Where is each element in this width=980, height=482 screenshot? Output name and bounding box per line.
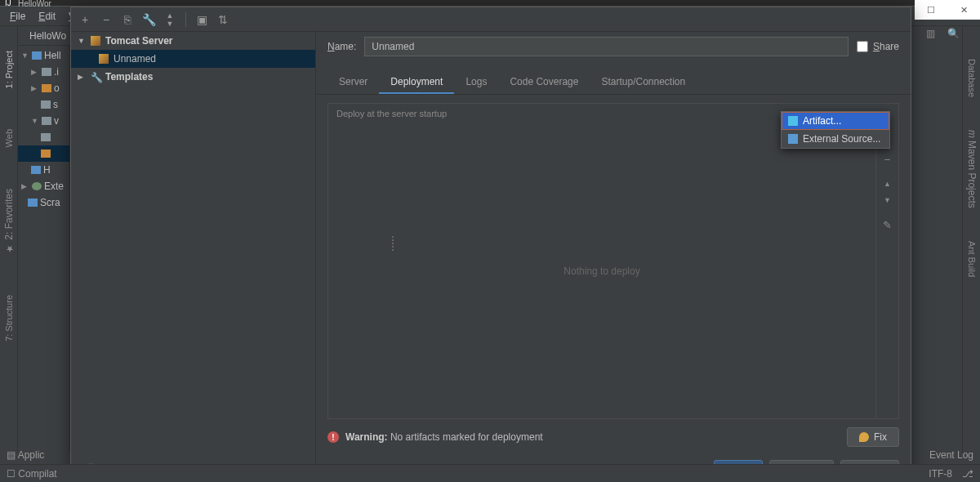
popup-label: External Source...: [803, 133, 880, 145]
title-bar: IJ HelloWor: [0, 0, 980, 7]
status-compilat[interactable]: ☐ Compilat: [7, 468, 57, 480]
file-icon: [31, 166, 41, 174]
tool-web[interactable]: Web: [4, 129, 14, 147]
folder-button[interactable]: ▣: [194, 12, 209, 27]
deploy-side-toolbar: + − ▲ ▼ ✎: [875, 123, 898, 418]
config-label: Unnamed: [114, 53, 156, 65]
fix-button[interactable]: Fix: [847, 427, 899, 447]
tomcat-icon: [99, 54, 109, 64]
remove-config-button[interactable]: −: [99, 12, 114, 27]
tree-item-selected[interactable]: [18, 145, 69, 162]
tomcat-icon: [91, 36, 100, 46]
intellij-icon: IJ: [5, 0, 11, 7]
view-icon[interactable]: ▥: [926, 28, 939, 41]
deploy-empty-text: Nothing to deploy: [328, 123, 875, 418]
config-item-unnamed[interactable]: Unnamed: [71, 50, 315, 68]
menu-file[interactable]: File: [5, 9, 30, 24]
run-config-dialog: + − ⎘ 🔧 ▲▼ ▣ ⇅ ▼ Tomcat Server Unnamed ▶…: [70, 7, 911, 482]
add-config-button[interactable]: +: [78, 12, 92, 27]
project-panel: Projec ▼Hell ▶.i ▶o s ▼v H ▶Exte Scra: [18, 26, 70, 453]
tool-buttons-row: ▤ Applic Event Log: [0, 446, 980, 464]
folder-icon: [42, 84, 51, 92]
name-label: Name:: [327, 41, 356, 52]
add-deploy-popup: Artifact... External Source...: [781, 111, 890, 149]
file-icon: [41, 150, 51, 158]
tree-item[interactable]: ▶Exte: [18, 178, 69, 194]
tool-maven[interactable]: m Maven Projects: [966, 130, 978, 208]
tree-item[interactable]: ▼v: [18, 113, 69, 129]
dialog-toolbar: + − ⎘ 🔧 ▲▼ ▣ ⇅: [71, 7, 911, 32]
tab-deployment[interactable]: Deployment: [379, 71, 454, 94]
tool-structure[interactable]: 7: Structure: [4, 295, 14, 341]
close-button[interactable]: ✕: [947, 0, 980, 20]
right-tool-strip: Database m Maven Projects Ant Build: [962, 26, 980, 453]
config-tree: ▼ Tomcat Server Unnamed ▶🔧 Templates: [71, 32, 316, 481]
menu-edit[interactable]: Edit: [33, 9, 60, 24]
deploy-up-button[interactable]: ▲: [881, 177, 894, 190]
status-bar: ☐ Compilat ITF-8 ⎇: [0, 464, 980, 482]
split-handle[interactable]: [392, 236, 396, 261]
artifact-icon: [788, 116, 798, 126]
window-controls: ☐ ✕: [915, 0, 980, 20]
deploy-down-button[interactable]: ▼: [881, 194, 894, 207]
name-input[interactable]: [364, 37, 849, 56]
maximize-button[interactable]: ☐: [915, 0, 947, 20]
tree-item[interactable]: [18, 129, 69, 145]
project-tree: ▼Hell ▶.i ▶o s ▼v H ▶Exte Scra: [18, 46, 69, 212]
popup-external-source[interactable]: External Source...: [782, 130, 889, 148]
top-right-icons: ▥ 🔍: [926, 28, 960, 41]
external-source-icon: [788, 134, 798, 144]
tab-startup[interactable]: Startup/Connection: [590, 71, 697, 94]
folder-icon: [41, 133, 51, 141]
tool-favorites[interactable]: ★ 2: Favorites: [3, 189, 15, 254]
event-log[interactable]: Event Log: [929, 449, 973, 461]
search-icon[interactable]: 🔍: [947, 28, 960, 41]
deploy-panel: Deploy at the server startup Nothing to …: [327, 103, 899, 419]
tree-item[interactable]: s: [18, 96, 69, 113]
folder-icon: [41, 100, 51, 109]
sort-button[interactable]: ⇅: [216, 12, 230, 27]
separator: [185, 12, 186, 27]
app-title: HelloWor: [18, 0, 51, 8]
tree-item[interactable]: ▶.i: [18, 64, 69, 80]
tool-database[interactable]: Database: [967, 59, 977, 97]
warning-icon: !: [327, 431, 339, 443]
breadcrumb-label: HelloWo: [29, 30, 66, 42]
status-git[interactable]: ⎇: [962, 468, 973, 480]
tree-item[interactable]: ▼Hell: [18, 47, 69, 64]
tool-ant[interactable]: Ant Build: [967, 241, 977, 277]
scratch-icon: [28, 199, 38, 207]
folder-icon: [42, 117, 51, 125]
settings-button[interactable]: 🔧: [141, 12, 156, 27]
group-label: Templates: [105, 71, 153, 83]
share-checkbox[interactable]: Share: [857, 41, 899, 52]
warning-text: Warning: No artifacts marked for deploym…: [345, 431, 543, 443]
status-encoding[interactable]: ITF-8: [929, 468, 952, 480]
left-tool-strip: 1: Project Web ★ 2: Favorites 7: Structu…: [0, 26, 18, 453]
copy-config-button[interactable]: ⎘: [120, 12, 135, 27]
popup-artifact[interactable]: Artifact...: [782, 112, 889, 130]
config-group-templates[interactable]: ▶🔧 Templates: [71, 68, 315, 86]
config-group-tomcat[interactable]: ▼ Tomcat Server: [71, 32, 315, 50]
wrench-icon: 🔧: [91, 72, 100, 82]
share-checkbox-input[interactable]: [857, 41, 868, 52]
bulb-icon: [859, 432, 869, 442]
group-label: Tomcat Server: [105, 35, 172, 47]
config-tabs: Server Deployment Logs Code Coverage Sta…: [316, 71, 911, 95]
tab-server[interactable]: Server: [327, 71, 379, 94]
tree-item[interactable]: Scra: [18, 194, 69, 211]
tool-project[interactable]: 1: Project: [4, 51, 14, 88]
deploy-edit-button[interactable]: ✎: [881, 218, 894, 231]
tool-applic[interactable]: ▤ Applic: [7, 449, 44, 461]
folder-icon: [42, 68, 51, 76]
breadcrumb[interactable]: HelloWo: [18, 26, 70, 46]
folder-icon: [32, 51, 42, 60]
popup-label: Artifact...: [803, 115, 841, 127]
tab-coverage[interactable]: Code Coverage: [498, 71, 590, 94]
up-button[interactable]: ▲▼: [163, 12, 177, 27]
tab-logs[interactable]: Logs: [454, 71, 498, 94]
tree-item[interactable]: H: [18, 162, 69, 178]
tree-item[interactable]: ▶o: [18, 80, 69, 96]
lib-icon: [32, 182, 42, 190]
deploy-remove-button[interactable]: −: [881, 153, 894, 166]
